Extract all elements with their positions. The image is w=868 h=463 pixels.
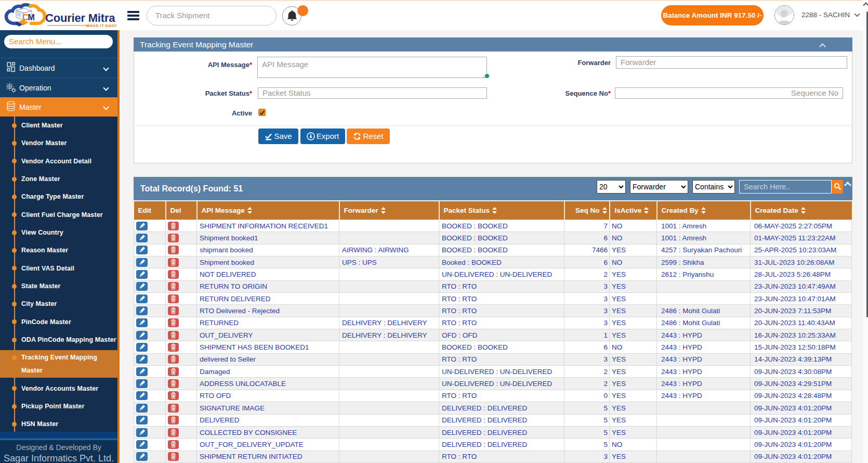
svg-text:M: M [28, 13, 35, 22]
svg-text:MAKE IT EASY: MAKE IT EASY [86, 23, 117, 28]
svg-text:Courier Mitra: Courier Mitra [45, 11, 115, 24]
